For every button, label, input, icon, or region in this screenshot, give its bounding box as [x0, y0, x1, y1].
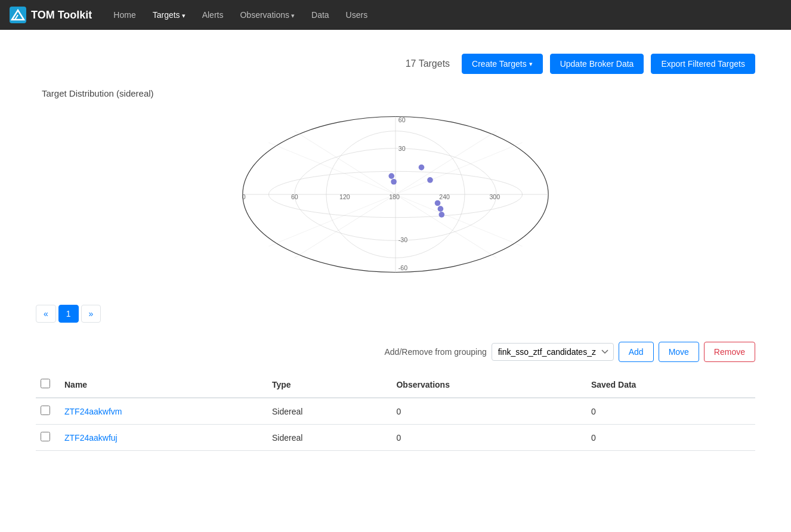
update-broker-button[interactable]: Update Broker Data — [550, 54, 644, 74]
nav-observations[interactable]: Observations — [233, 5, 302, 24]
distribution-chart: 0 60 120 180 240 300 60 30 -30 -60 — [217, 108, 574, 281]
grouping-row: Add/Remove from grouping fink_sso_ztf_ca… — [36, 342, 755, 362]
target-link[interactable]: ZTF24aakwfuj — [64, 433, 118, 443]
nav-data[interactable]: Data — [304, 5, 336, 24]
row-checkbox-cell — [36, 425, 60, 451]
nav-alerts[interactable]: Alerts — [195, 5, 231, 24]
svg-text:60: 60 — [291, 193, 298, 200]
svg-text:-30: -30 — [398, 236, 407, 243]
row-name-cell: ZTF24aakwfuj — [60, 425, 267, 451]
svg-point-24 — [391, 179, 397, 185]
chart-section: Target Distribution (sidereal) 0 — [36, 88, 755, 281]
nav-home[interactable]: Home — [106, 5, 143, 24]
select-all-header — [36, 372, 60, 398]
row-checkbox[interactable] — [41, 406, 50, 415]
target-count: 17 Targets — [406, 58, 450, 69]
move-group-button[interactable]: Move — [659, 342, 699, 362]
row-saved-data-cell: 0 — [586, 425, 755, 451]
chart-container: 0 60 120 180 240 300 60 30 -30 -60 — [36, 108, 755, 281]
svg-text:180: 180 — [389, 193, 400, 200]
pagination: « 1 » — [36, 305, 755, 323]
targets-table: Name Type Observations Saved Data ZTF24a… — [36, 372, 755, 451]
svg-text:120: 120 — [339, 193, 350, 200]
brand-logo[interactable]: TOM Toolkit — [10, 7, 92, 23]
svg-text:60: 60 — [398, 116, 406, 123]
table-body: ZTF24aakwfvm Sidereal 0 0 ZTF24aakwfuj S… — [36, 398, 755, 451]
svg-point-27 — [435, 200, 441, 206]
table-header: Name Type Observations Saved Data — [36, 372, 755, 398]
svg-point-23 — [388, 173, 394, 179]
row-observations-cell: 0 — [391, 398, 586, 425]
row-saved-data-cell: 0 — [586, 398, 755, 425]
add-group-button[interactable]: Add — [619, 342, 654, 362]
row-name-cell: ZTF24aakwfvm — [60, 398, 267, 425]
svg-point-25 — [419, 165, 425, 171]
brand-name: TOM Toolkit — [31, 9, 92, 21]
export-filtered-button[interactable]: Export Filtered Targets — [651, 54, 755, 74]
row-type-cell: Sidereal — [267, 425, 391, 451]
svg-point-28 — [438, 206, 444, 212]
row-type-cell: Sidereal — [267, 398, 391, 425]
svg-text:300: 300 — [489, 193, 500, 200]
col-name: Name — [60, 372, 267, 398]
page-1-button[interactable]: 1 — [58, 305, 79, 323]
svg-text:30: 30 — [398, 145, 406, 152]
svg-text:240: 240 — [439, 193, 450, 200]
svg-point-29 — [439, 212, 445, 218]
grouping-select[interactable]: fink_sso_ztf_candidates_z — [492, 343, 614, 361]
nav-users[interactable]: Users — [339, 5, 375, 24]
top-row: 17 Targets Create Targets Update Broker … — [36, 54, 755, 74]
col-observations: Observations — [391, 372, 586, 398]
target-link[interactable]: ZTF24aakwfvm — [64, 407, 122, 416]
svg-point-26 — [427, 177, 433, 183]
select-all-checkbox[interactable] — [41, 379, 50, 388]
row-observations-cell: 0 — [391, 425, 586, 451]
grouping-label: Add/Remove from grouping — [385, 347, 487, 357]
chart-title: Target Distribution (sidereal) — [42, 88, 755, 98]
row-checkbox[interactable] — [41, 432, 50, 441]
nav-targets[interactable]: Targets — [146, 5, 193, 24]
svg-text:-60: -60 — [398, 264, 407, 271]
prev-page-button[interactable]: « — [36, 305, 56, 323]
remove-group-button[interactable]: Remove — [704, 342, 755, 362]
row-checkbox-cell — [36, 398, 60, 425]
table-row: ZTF24aakwfvm Sidereal 0 0 — [36, 398, 755, 425]
nav-links: Home Targets Alerts Observations Data Us… — [106, 10, 375, 20]
create-targets-button[interactable]: Create Targets — [462, 54, 543, 74]
svg-text:0: 0 — [242, 193, 246, 200]
brand-icon — [10, 7, 26, 23]
table-row: ZTF24aakwfuj Sidereal 0 0 — [36, 425, 755, 451]
col-saved-data: Saved Data — [586, 372, 755, 398]
col-type: Type — [267, 372, 391, 398]
navbar: TOM Toolkit Home Targets Alerts Observat… — [0, 0, 791, 30]
next-page-button[interactable]: » — [81, 305, 101, 323]
main-content: 17 Targets Create Targets Update Broker … — [0, 30, 791, 475]
